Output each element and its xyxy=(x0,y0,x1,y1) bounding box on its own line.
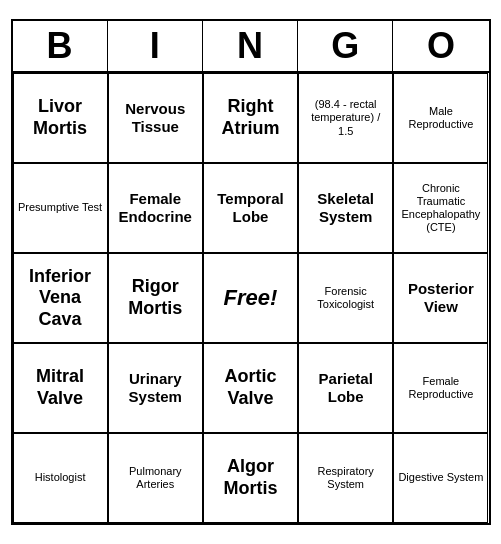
bingo-header: BINGO xyxy=(13,21,489,73)
bingo-cell: Right Atrium xyxy=(203,73,298,163)
bingo-cell: Algor Mortis xyxy=(203,433,298,523)
bingo-cell: Posterior View xyxy=(393,253,488,343)
bingo-cell: Nervous Tissue xyxy=(108,73,203,163)
bingo-cell: Histologist xyxy=(13,433,108,523)
bingo-cell: Temporal Lobe xyxy=(203,163,298,253)
bingo-cell: Presumptive Test xyxy=(13,163,108,253)
header-letter: G xyxy=(298,21,393,71)
header-letter: O xyxy=(393,21,488,71)
bingo-cell: Male Reproductive xyxy=(393,73,488,163)
header-letter: I xyxy=(108,21,203,71)
bingo-cell: (98.4 - rectal temperature) / 1.5 xyxy=(298,73,393,163)
bingo-cell: Female Reproductive xyxy=(393,343,488,433)
bingo-cell: Free! xyxy=(203,253,298,343)
bingo-card: BINGO Livor MortisNervous TissueRight At… xyxy=(11,19,491,525)
bingo-cell: Female Endocrine xyxy=(108,163,203,253)
header-letter: N xyxy=(203,21,298,71)
bingo-cell: Livor Mortis xyxy=(13,73,108,163)
bingo-cell: Parietal Lobe xyxy=(298,343,393,433)
bingo-cell: Respiratory System xyxy=(298,433,393,523)
bingo-cell: Chronic Traumatic Encephalopathy (CTE) xyxy=(393,163,488,253)
bingo-cell: Pulmonary Arteries xyxy=(108,433,203,523)
bingo-cell: Inferior Vena Cava xyxy=(13,253,108,343)
bingo-cell: Mitral Valve xyxy=(13,343,108,433)
bingo-grid: Livor MortisNervous TissueRight Atrium(9… xyxy=(13,73,489,523)
header-letter: B xyxy=(13,21,108,71)
bingo-cell: Urinary System xyxy=(108,343,203,433)
bingo-cell: Forensic Toxicologist xyxy=(298,253,393,343)
bingo-cell: Digestive System xyxy=(393,433,488,523)
bingo-cell: Skeletal System xyxy=(298,163,393,253)
bingo-cell: Rigor Mortis xyxy=(108,253,203,343)
bingo-cell: Aortic Valve xyxy=(203,343,298,433)
